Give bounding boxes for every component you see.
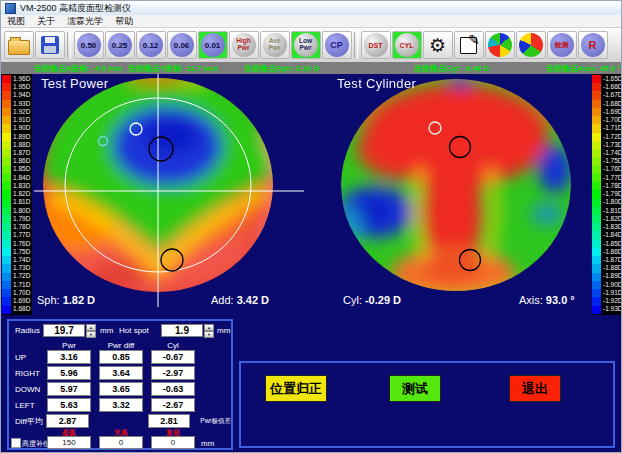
scale-entry: -1.70D: [592, 116, 622, 124]
scale-color-chip: [2, 231, 11, 239]
scale-entry: 1.70D: [2, 289, 32, 297]
status-focus-y: 当前焦点Y坐标: 11.7 mm: [128, 63, 218, 74]
sph-readout: Sph:1.82 D: [37, 294, 95, 306]
high-pwr-button[interactable]: HighPwr: [229, 31, 259, 59]
scale-entry: -1.91D: [592, 289, 622, 297]
scale-color-chip: [592, 297, 601, 305]
scale-entry: -1.85D: [592, 240, 622, 248]
toolbar-separator: [67, 32, 71, 58]
pwr-value: 5.97: [47, 382, 91, 396]
scale-entry: 1.84D: [2, 174, 32, 182]
hotspot-spinner[interactable]: ▲▼: [204, 324, 214, 337]
step-button-001-selected[interactable]: 0.01: [198, 31, 228, 59]
comp-input-1[interactable]: [47, 436, 91, 449]
heatmaps-canvas[interactable]: [1, 74, 622, 315]
scale-color-chip: [2, 83, 11, 91]
cyl-value: -0.63: [151, 382, 195, 396]
exit-button[interactable]: 退出: [509, 375, 561, 402]
cyl-button-selected[interactable]: CYL: [392, 31, 422, 59]
cylinder-map-button[interactable]: [516, 31, 546, 59]
r-button[interactable]: R: [578, 31, 608, 59]
step-button-006[interactable]: 0.06: [167, 31, 197, 59]
radius-input[interactable]: [43, 324, 85, 337]
hotspot-unit: mm: [217, 326, 230, 335]
menu-bar: 视图 关于 濡霖光学 帮助: [1, 15, 621, 28]
menu-item[interactable]: 濡霖光学: [67, 15, 103, 28]
scale-entry: 1.79D: [2, 215, 32, 223]
pwr-diff-value: 3.65: [99, 382, 143, 396]
scale-color-chip: [2, 289, 11, 297]
scale-entry: 1.68D: [2, 306, 32, 314]
height-comp-checkbox[interactable]: [11, 438, 21, 448]
scale-entry: -1.75D: [592, 157, 622, 165]
power-map-button[interactable]: [485, 31, 515, 59]
scale-entry: 1.75D: [2, 248, 32, 256]
comp-input-3[interactable]: [151, 436, 195, 449]
toolbar-separator: [354, 32, 358, 58]
action-panel: 位置归正 测试 退出: [239, 361, 615, 448]
scale-color-chip: [592, 75, 601, 83]
save-button[interactable]: [35, 31, 65, 59]
scale-entry: -1.73D: [592, 141, 622, 149]
scale-entry: 1.96D: [2, 75, 32, 83]
scale-color-chip: [2, 256, 11, 264]
measurement-panel: Radius ▲▼ mm Hot spot ▲▼ mm Pwr Pwr diff…: [7, 319, 233, 450]
cylinder-map-icon: [519, 33, 543, 57]
radius-unit: mm: [100, 326, 113, 335]
scale-color-chip: [592, 124, 601, 132]
step-button-025[interactable]: 0.25: [105, 31, 135, 59]
window-title: VM-2500 高精度面型检测仪: [20, 2, 131, 15]
step-button-050[interactable]: 0.50: [74, 31, 104, 59]
open-button[interactable]: [4, 31, 34, 59]
position-reset-button[interactable]: 位置归正: [265, 375, 327, 402]
scale-entry: 1.86D: [2, 157, 32, 165]
edit-button[interactable]: [454, 31, 484, 59]
scale-entry: 1.87D: [2, 149, 32, 157]
menu-item[interactable]: 关于: [37, 15, 55, 28]
menu-item[interactable]: 视图: [7, 15, 25, 28]
scale-entry: -1.76D: [592, 166, 622, 174]
pwr-diff-value: 3.32: [99, 398, 143, 412]
cp-button[interactable]: CP: [322, 31, 352, 59]
scale-color-chip: [592, 182, 601, 190]
scale-color-chip: [592, 100, 601, 108]
radius-spinner[interactable]: ▲▼: [86, 324, 96, 337]
cylinder-heatmap[interactable]: [335, 74, 572, 300]
scale-color-chip: [592, 264, 601, 272]
power-heatmap[interactable]: [34, 74, 304, 307]
scale-entry: 1.78D: [2, 223, 32, 231]
menu-item[interactable]: 帮助: [115, 15, 133, 28]
scale-entry: 1.90D: [2, 124, 32, 132]
scale-entry: -1.79D: [592, 190, 622, 198]
scale-color-chip: [2, 297, 11, 305]
scale-color-chip: [592, 166, 601, 174]
hotspot-input[interactable]: [161, 324, 203, 337]
scale-color-chip: [592, 174, 601, 182]
table-row: RIGHT 5.96 3.64 -2.97: [9, 365, 231, 381]
scale-entry: -1.89D: [592, 273, 622, 281]
scale-color-chip: [592, 223, 601, 231]
app-window: VM-2500 高精度面型检测仪 视图 关于 濡霖光学 帮助 0.50 0.25…: [0, 0, 622, 453]
ave-pwr-button[interactable]: AvePwr: [260, 31, 290, 59]
scale-entry: 1.92D: [2, 108, 32, 116]
detect-button[interactable]: 检测: [547, 31, 577, 59]
scale-entry: -1.93D: [592, 306, 622, 314]
pwr-value: 5.63: [47, 398, 91, 412]
scale-entry: -1.78D: [592, 182, 622, 190]
dst-button[interactable]: DST: [361, 31, 391, 59]
scale-entry: 1.93D: [2, 100, 32, 108]
row-label: LEFT: [9, 401, 47, 410]
diff-average-label: Diff平均: [9, 416, 46, 427]
settings-button[interactable]: ⚙: [423, 31, 453, 59]
map-panel: 1.96D 1.95D 1.94D 1.93D: [1, 74, 622, 315]
low-pwr-button-selected[interactable]: LowPwr: [291, 31, 321, 59]
scale-entry: -1.66D: [592, 83, 622, 91]
step-button-012[interactable]: 0.12: [136, 31, 166, 59]
scale-color-chip: [2, 240, 11, 248]
spinner-up-icon: ▲: [86, 324, 96, 331]
scale-color-chip: [592, 190, 601, 198]
test-button[interactable]: 测试: [389, 375, 441, 402]
cyl-value: -2.97: [151, 366, 195, 380]
comp-input-2[interactable]: [99, 436, 143, 449]
spinner-up-icon: ▲: [204, 324, 214, 331]
